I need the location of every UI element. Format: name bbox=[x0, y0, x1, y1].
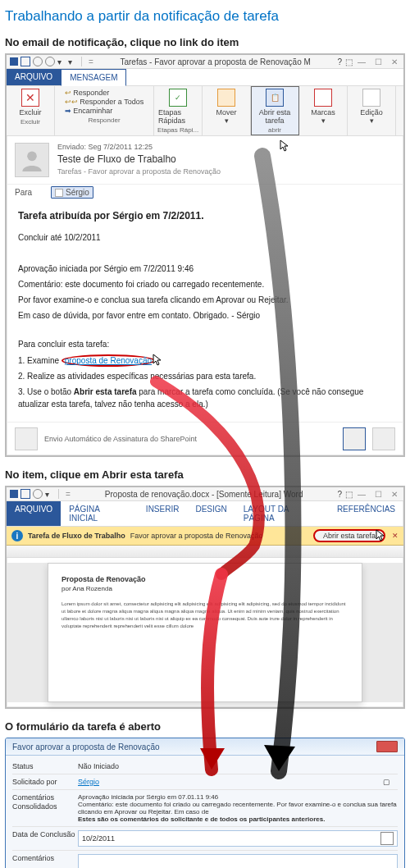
edit-icon[interactable] bbox=[362, 89, 380, 107]
message-to-row: Para Sérgio bbox=[7, 185, 403, 200]
delete-label: Excluir bbox=[19, 108, 41, 116]
row-status: Status Não Iniciado bbox=[12, 759, 398, 774]
minimize-button[interactable]: — bbox=[356, 490, 367, 499]
reply-all-button[interactable]: ↩↩ Responder a Todos bbox=[65, 98, 144, 106]
requested-by-link[interactable]: Sérgio bbox=[78, 778, 99, 786]
cursor-icon bbox=[376, 529, 387, 542]
open-task-button[interactable]: Abrir esta tarefa bbox=[313, 529, 385, 542]
tab-references[interactable]: REFERÊNCIAS bbox=[329, 501, 403, 526]
reply-button[interactable]: ↩ Responder bbox=[65, 89, 110, 97]
chevron-down-icon[interactable]: ▾ bbox=[225, 116, 229, 125]
doc-author: por Ana Rozenda bbox=[61, 585, 348, 592]
group-respond: ↩ Responder ↩↩ Responder a Todos ➡ Encam… bbox=[55, 86, 154, 135]
svg-point-0 bbox=[27, 152, 37, 162]
row-comments: Comentários Esta mensagem será incluída … bbox=[12, 850, 398, 868]
group-editing: Edição ▾ bbox=[348, 86, 396, 135]
undo-icon[interactable] bbox=[33, 57, 43, 66]
save-icon[interactable] bbox=[20, 57, 30, 66]
word-window: ▾ = Proposta de renovação.docx - [Soment… bbox=[5, 486, 405, 709]
close-button[interactable]: ✕ bbox=[389, 57, 400, 66]
task-form: Status Não Iniciado Solicitado por Sérgi… bbox=[6, 756, 404, 868]
help-icon[interactable]: ? bbox=[337, 490, 342, 499]
tags-label: Marcas bbox=[311, 108, 335, 116]
close-button[interactable] bbox=[376, 741, 398, 752]
group-delete: ✕ Excluir Excluir bbox=[7, 86, 55, 135]
recipient-chip[interactable]: Sérgio bbox=[51, 186, 93, 199]
dialog-titlebar: Favor aprovar a proposta de Renovação bbox=[6, 738, 404, 756]
contact-action-icon[interactable] bbox=[372, 427, 395, 450]
contact-photo-icon bbox=[15, 427, 38, 450]
quick-steps-label: Etapas Rápidas bbox=[158, 108, 198, 125]
group-open-task[interactable]: 📋 Abrir esta tarefa abrir bbox=[251, 86, 299, 135]
tab-file[interactable]: ARQUIVO bbox=[7, 69, 61, 85]
body-line: Em caso de dúvida, por favor entre em co… bbox=[18, 309, 392, 322]
chevron-down-icon[interactable]: ▾ bbox=[68, 57, 76, 66]
tab-home[interactable]: PÁGINA INICIAL bbox=[61, 501, 138, 526]
open-task-group-label: abrir bbox=[268, 126, 281, 134]
instruction-3: 3. Use o botão Abrir esta tarefa para ma… bbox=[18, 386, 392, 410]
group-move: Mover ▾ bbox=[203, 86, 251, 135]
body-line: Aprovação iniciada por Sérgio em 7/2/201… bbox=[18, 263, 392, 275]
due-line: Concluir até 10/2/2011 bbox=[18, 231, 392, 244]
tag-icon[interactable] bbox=[314, 89, 332, 107]
redo-icon[interactable] bbox=[45, 57, 55, 66]
chevron-down-icon[interactable]: ▾ bbox=[370, 116, 374, 125]
due-label: Data de Conclusão bbox=[12, 830, 78, 838]
tab-file[interactable]: ARQUIVO bbox=[7, 501, 61, 526]
maximize-button[interactable]: ☐ bbox=[372, 490, 384, 499]
minimize-button[interactable]: — bbox=[356, 57, 367, 66]
body-line: Por favor examine-o e conclua sua tarefa… bbox=[18, 294, 392, 306]
presence-icon: ▢ bbox=[383, 778, 398, 786]
user-comments-label: Comentários bbox=[12, 854, 78, 862]
dialog-title: Favor aprovar a proposta de Renovação bbox=[12, 742, 376, 752]
ribbon: ✕ Excluir Excluir ↩ Responder ↩↩ Respond… bbox=[7, 86, 403, 136]
tab-insert[interactable]: INSERIR bbox=[138, 501, 188, 526]
clipboard-check-icon: 📋 bbox=[266, 89, 284, 107]
open-task-label: Abrir esta tarefa bbox=[258, 108, 291, 125]
tab-message[interactable]: MENSAGEM bbox=[61, 69, 126, 86]
step1-heading: No email de notificação, clique no link … bbox=[5, 36, 405, 48]
delete-group-label: Excluir bbox=[20, 118, 40, 126]
word-titlebar: ▾ = Proposta de renovação.docx - [Soment… bbox=[7, 487, 403, 501]
contact-action-icon[interactable] bbox=[343, 427, 366, 450]
group-tags: Marcas ▾ bbox=[299, 86, 348, 135]
renovation-proposal-link[interactable]: proposta de Renovação bbox=[65, 356, 152, 365]
comments-value: Aprovação iniciada por Sérgio em 07.01.1… bbox=[78, 793, 398, 823]
window-title: Tarefas - Favor aprovar a proposta de Re… bbox=[97, 57, 335, 66]
undo-icon[interactable] bbox=[33, 489, 43, 499]
comments-input[interactable] bbox=[78, 854, 398, 868]
message-subtitle: Tarefas - Favor aprovar a proposta de Re… bbox=[57, 167, 395, 176]
outlook-window: ▾ ▾ = Tarefas - Favor aprovar a proposta… bbox=[5, 53, 405, 457]
doc-page-title: Proposta de Renovação bbox=[61, 575, 348, 583]
chevron-down-icon[interactable]: ▾ bbox=[57, 57, 66, 66]
tab-design[interactable]: DESIGN bbox=[187, 501, 235, 526]
chevron-down-icon[interactable]: ▾ bbox=[45, 490, 53, 498]
tab-layout[interactable]: LAYOUT DA PÁGINA bbox=[235, 501, 329, 526]
doc-body-text: Lorem ipsum dolor sit amet, consectetur … bbox=[61, 601, 348, 630]
word-ribbon-tabs: ARQUIVO PÁGINA INICIAL INSERIR DESIGN LA… bbox=[7, 501, 403, 527]
close-button[interactable]: ✕ bbox=[389, 490, 400, 499]
sender-avatar bbox=[15, 143, 49, 177]
move-label: Mover bbox=[216, 108, 236, 116]
save-icon[interactable] bbox=[20, 489, 30, 499]
forward-button[interactable]: ➡ Encaminhar bbox=[65, 107, 113, 115]
move-icon[interactable] bbox=[217, 89, 235, 107]
outlook-titlebar: ▾ ▾ = Tarefas - Favor aprovar a proposta… bbox=[7, 55, 403, 69]
maximize-button[interactable]: ☐ bbox=[372, 57, 384, 66]
message-subject: Teste de Fluxo de Trabalho bbox=[57, 153, 395, 165]
step3-heading: O formulário da tarefa é aberto bbox=[5, 720, 405, 733]
close-icon[interactable]: ✕ bbox=[392, 532, 399, 540]
due-date-input[interactable]: 10/2/2011 bbox=[78, 830, 398, 847]
outlook-app-icon bbox=[10, 57, 18, 66]
footer-text: Envio Automático de Assinatura do ShareP… bbox=[44, 435, 336, 443]
message-footer: Envio Automático de Assinatura do ShareP… bbox=[7, 422, 403, 455]
chevron-down-icon[interactable]: ▾ bbox=[321, 116, 326, 125]
sent-line: Enviado: Seg 7/2/2011 12:25 bbox=[57, 143, 395, 151]
help-icon[interactable]: ? bbox=[337, 57, 342, 66]
message-body: Tarefa atribuída por Sérgio em 7/2/2011.… bbox=[7, 200, 403, 422]
requested-label: Solicitado por bbox=[12, 778, 78, 786]
delete-icon[interactable]: ✕ bbox=[21, 89, 39, 107]
quick-steps-icon[interactable]: ✓ bbox=[169, 89, 187, 107]
comments-label: Comentários Consolidados bbox=[12, 793, 78, 811]
calendar-icon[interactable] bbox=[380, 832, 394, 845]
